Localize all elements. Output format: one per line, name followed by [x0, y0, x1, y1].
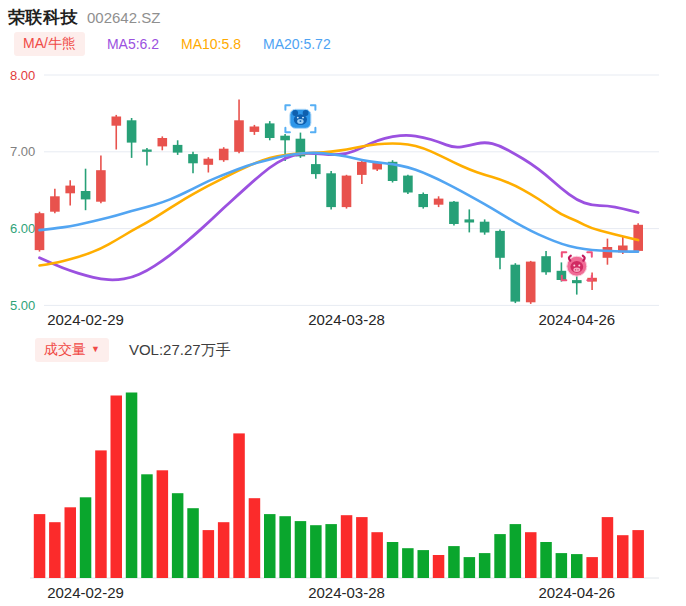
candles: [35, 100, 643, 304]
volume-chart[interactable]: 2024-02-292024-03-282024-04-26: [0, 370, 686, 606]
date-label: 2024-04-26: [538, 311, 615, 328]
volume-bar: [187, 508, 199, 578]
volume-bar: [80, 497, 92, 578]
candle-body: [418, 194, 428, 207]
volume-bar: [111, 396, 123, 579]
ma-bull-bear-indicator-button[interactable]: MA/牛熊: [14, 32, 85, 56]
candle-body: [219, 149, 229, 161]
candlestick-chart[interactable]: 8.007.006.005.002024-02-292024-03-282024…: [0, 60, 686, 336]
candle-body: [449, 202, 459, 224]
volume-bar: [571, 554, 583, 578]
candle-body: [434, 199, 444, 205]
title-bar: 荣联科技 002642.SZ: [8, 6, 160, 29]
volume-bar: [540, 542, 552, 578]
volume-bar: [279, 516, 291, 578]
volume-header: 成交量 ▼ VOL:27.27万手: [35, 338, 231, 362]
candle-body: [541, 256, 551, 272]
volume-button-label: 成交量: [44, 341, 86, 359]
volume-bar: [65, 507, 77, 578]
candle-body: [572, 280, 582, 283]
volume-indicator-button[interactable]: 成交量 ▼: [35, 338, 109, 362]
candle-body: [465, 219, 475, 222]
volume-bar: [418, 550, 430, 578]
volume-bar: [34, 514, 46, 578]
candle-body: [280, 136, 290, 141]
stock-chart-page: { "header": { "title": "荣联科技", "code": "…: [0, 0, 686, 606]
candle-body: [65, 186, 75, 194]
caret-down-icon: ▼: [91, 344, 100, 354]
volume-value-label: VOL:27.27万手: [129, 341, 231, 360]
volume-bar: [310, 525, 322, 578]
candle-body: [188, 154, 198, 163]
price-axis-label: 7.00: [10, 144, 35, 159]
ma10-legend-label: MA10:5.8: [181, 36, 241, 52]
ma20-line: [40, 153, 639, 252]
candle-body: [603, 247, 613, 258]
candle-body: [234, 120, 244, 152]
candle-body: [142, 150, 152, 152]
stock-code: 002642.SZ: [87, 9, 160, 26]
volume-bar: [371, 532, 383, 578]
volume-bar: [356, 517, 368, 578]
volume-bar: [586, 557, 598, 578]
ma10-line: [40, 144, 639, 266]
candle-body: [526, 262, 536, 303]
volume-bar: [295, 521, 307, 578]
candle-body: [480, 222, 490, 233]
volume-bar: [448, 546, 460, 578]
volume-bar: [632, 530, 644, 578]
volume-bar: [387, 542, 399, 578]
indicator-legend: MA/牛熊 MA5:6.2 MA10:5.8 MA20:5.72: [14, 32, 331, 56]
candle-body: [403, 176, 413, 193]
volume-bar: [172, 493, 184, 578]
candle-body: [495, 231, 505, 258]
candle-body: [204, 159, 214, 165]
candle-body: [81, 191, 91, 199]
price-axis-label: 5.00: [10, 298, 35, 313]
volume-bar: [602, 517, 614, 578]
price-axis-label: 8.00: [10, 68, 35, 83]
date-label: 2024-04-26: [538, 584, 615, 601]
volume-bar: [264, 514, 276, 578]
candle-body: [158, 138, 168, 146]
candle-body: [35, 213, 45, 250]
candle-body: [342, 176, 352, 208]
date-label: 2024-02-29: [47, 584, 124, 601]
candle-body: [96, 170, 106, 202]
ma5-legend-label: MA5:6.2: [107, 36, 159, 52]
bear-marker-icon[interactable]: [285, 105, 315, 132]
candle-body: [633, 225, 643, 251]
volume-bar: [157, 470, 169, 578]
volume-bar: [525, 532, 537, 578]
volume-bar: [233, 433, 245, 578]
date-label: 2024-03-28: [308, 311, 385, 328]
candle-body: [250, 127, 260, 132]
volume-bar: [433, 555, 445, 578]
candle-body: [311, 164, 321, 174]
volume-bar: [49, 522, 61, 578]
candle-body: [112, 117, 122, 126]
stock-name: 荣联科技: [8, 6, 78, 29]
volume-bar: [402, 548, 414, 578]
volume-bar: [617, 535, 629, 578]
volume-bar: [218, 522, 230, 578]
volume-bar: [479, 553, 491, 578]
volume-bar: [464, 557, 476, 578]
ma20-legend-label: MA20:5.72: [263, 36, 331, 52]
volume-bar: [126, 393, 138, 579]
volume-bar: [249, 498, 261, 578]
date-label: 2024-03-28: [308, 584, 385, 601]
candle-body: [173, 145, 183, 153]
bull-marker-icon[interactable]: [562, 252, 592, 280]
volume-bar: [556, 553, 568, 578]
candle-body: [357, 162, 367, 175]
date-label: 2024-02-29: [47, 311, 124, 328]
candle-body: [265, 123, 275, 138]
volume-bar: [203, 530, 215, 578]
price-axis-label: 6.00: [10, 221, 35, 236]
candle-body: [127, 120, 137, 142]
candle-body: [511, 265, 521, 302]
candle-body: [50, 196, 60, 211]
volume-bar: [494, 534, 506, 578]
volume-bar: [141, 474, 153, 578]
